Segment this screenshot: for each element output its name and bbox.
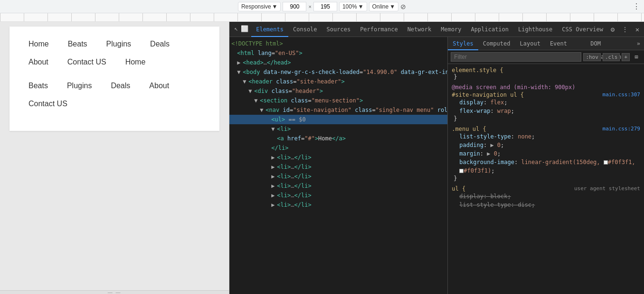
dom-section[interactable]: ▼ <section class="menu-section"> (229, 96, 447, 105)
tab-memory[interactable]: Memory (436, 22, 466, 37)
nav-row-2: Beats Plugins Deals About Contact US (19, 75, 210, 117)
tab-layout[interactable]: Layout (515, 37, 545, 50)
nav-item-home-1[interactable]: Home (19, 35, 58, 53)
nav-item-contact-2[interactable]: Contact US (19, 95, 77, 113)
tab-event-listeners[interactable]: Event Listeners (545, 37, 586, 50)
style-menu-source[interactable]: main.css:279 (603, 126, 640, 132)
nav-item-beats-2[interactable]: Beats (19, 77, 57, 95)
style-block-ua: ul { user agent stylesheet display: bloc… (452, 185, 640, 209)
styles-panel: Styles Computed Layout Event Listeners D… (448, 37, 644, 294)
style-prop-display: display: flex; (452, 98, 640, 107)
styles-content: element.style { } @media screen and (min… (448, 64, 644, 294)
nav-demo: Home Beats Plugins Deals About Contact U… (9, 27, 219, 131)
height-input[interactable] (313, 2, 337, 11)
settings-icon[interactable]: ⚙ (608, 25, 617, 34)
dom-doctype: <!DOCTYPE html> (229, 39, 447, 48)
devtools-body: <!DOCTYPE html> <html lang="en-US"> ▶ <h… (229, 37, 644, 294)
style-nav-source[interactable]: main.css:307 (603, 92, 640, 98)
dom-li-6[interactable]: ▶ <li>…</li> (229, 191, 447, 200)
styles-tab-more[interactable]: » (633, 40, 644, 47)
tab-icons[interactable]: ↖ ⬜ (231, 22, 251, 37)
style-menu-selector-row: .menu ul { main.css:279 (452, 126, 640, 132)
tab-elements[interactable]: Elements (251, 22, 288, 37)
style-selector-row: #site-navigation ul { main.css:307 (452, 92, 640, 98)
dom-header[interactable]: ▼ <header class="site-header"> (229, 77, 447, 86)
chevron-down-icon-zoom: ▼ (358, 3, 364, 10)
chevron-down-icon: ▼ (272, 3, 278, 10)
ruler (0, 13, 644, 22)
style-nav-selector: #site-navigation ul { (452, 92, 524, 98)
layout-icon[interactable]: ⊞ (632, 52, 641, 62)
vertical-dots-icon[interactable]: ⋮ (620, 25, 630, 34)
preview-resize-handle[interactable]: — — (0, 290, 229, 294)
style-prop-liststyle-ua: list-style-type: disc; (452, 201, 640, 209)
nav-item-deals-2[interactable]: Deals (101, 77, 140, 95)
online-select[interactable]: Online ▼ (369, 2, 399, 11)
filter-cls-button[interactable]: .cls (603, 53, 620, 61)
style-prop-liststyle: list-style-type: none; (452, 132, 640, 141)
dom-head[interactable]: ▶ <head>…</head> (229, 58, 447, 67)
responsive-select[interactable]: Responsive ▼ (238, 2, 281, 11)
dom-body[interactable]: ▼ <body data-new-gr-c-s-check-loaded="14… (229, 67, 447, 77)
nav-item-plugins-2[interactable]: Plugins (57, 77, 101, 95)
dom-ul[interactable]: <ul> == $0 (229, 115, 447, 124)
style-menu-selector: .menu ul { (452, 126, 486, 132)
styles-tabs: Styles Computed Layout Event Listeners D… (448, 37, 644, 50)
dom-html[interactable]: <html lang="en-US"> (229, 48, 447, 58)
dom-li-2[interactable]: ▶ <li>…</li> (229, 153, 447, 162)
dom-li-5[interactable]: ▶ <li>…</li> (229, 181, 447, 191)
tab-performance[interactable]: Performance (355, 22, 402, 37)
width-input[interactable] (283, 2, 306, 11)
style-prop-margin: margin: ▶ 0; (452, 149, 640, 158)
tab-styles[interactable]: Styles (448, 37, 478, 50)
tab-dom-breakpoints[interactable]: DOM Breakpoints (586, 37, 633, 50)
tab-network[interactable]: Network (403, 22, 436, 37)
dom-li-3[interactable]: ▶ <li>…</li> (229, 162, 447, 172)
dom-li-4[interactable]: ▶ <li>…</li> (229, 172, 447, 181)
style-prop-flexwrap: flex-wrap: wrap; (452, 107, 640, 115)
close-icon[interactable]: ✕ (633, 25, 642, 34)
tab-computed[interactable]: Computed (478, 37, 515, 50)
zoom-label: 100% (342, 3, 357, 10)
style-prop-bgimage: background-image: linear-gradient(150deg… (452, 158, 640, 175)
tab-sources[interactable]: Sources (322, 22, 356, 37)
filter-hov-button[interactable]: :hov (583, 53, 601, 61)
style-menu-close: } (452, 175, 640, 182)
style-ua-selector-row: ul { user agent stylesheet (452, 185, 640, 192)
nav-item-deals-1[interactable]: Deals (141, 35, 179, 53)
element-style-close: } (452, 74, 640, 80)
styles-filter-row: :hov .cls + ⊞ (448, 50, 644, 64)
dom-li-1[interactable]: ▼ <li> (229, 124, 447, 134)
dom-li-close: </li> (229, 143, 447, 153)
tab-console[interactable]: Console (288, 22, 322, 37)
dimension-separator: × (308, 4, 311, 9)
style-prop-display-ua: display: block; (452, 192, 640, 201)
dom-li-7[interactable]: ▶ <li>…</li> (229, 200, 447, 210)
tab-application[interactable]: Application (466, 22, 513, 37)
nav-item-contact-1[interactable]: Contact US (58, 53, 116, 71)
devtools-tab-icons: ⚙ ⋮ ✕ (608, 25, 642, 34)
zoom-select[interactable]: 100% ▼ (339, 2, 367, 11)
tab-lighthouse[interactable]: Lighthouse (513, 22, 557, 37)
nav-item-about-2[interactable]: About (140, 77, 179, 95)
nav-item-about-1[interactable]: About (19, 53, 58, 71)
nav-item-home-2[interactable]: Home (116, 53, 155, 71)
style-prop-padding: padding: ▶ 0; (452, 141, 640, 149)
styles-filter-input[interactable] (451, 52, 581, 62)
elements-panel: <!DOCTYPE html> <html lang="en-US"> ▶ <h… (229, 37, 448, 294)
tab-css-overview[interactable]: CSS Overview (557, 22, 608, 37)
nav-row-1: Home Beats Plugins Deals About Contact U… (19, 31, 210, 75)
more-options-icon[interactable]: ⋮ (633, 2, 640, 11)
dom-div-header[interactable]: ▼ <div class="header"> (229, 86, 447, 96)
filter-add-button[interactable]: + (622, 53, 630, 61)
style-block-media: @media screen and (min-width: 900px) #si… (452, 84, 640, 122)
devtools-panel: ↖ ⬜ Elements Console Sources Performance… (229, 22, 644, 294)
nav-item-beats-1[interactable]: Beats (58, 35, 97, 53)
preview-content: Home Beats Plugins Deals About Contact U… (0, 22, 229, 290)
nav-item-plugins-1[interactable]: Plugins (97, 35, 141, 53)
user-agent-label: user agent stylesheet (574, 185, 640, 192)
dom-a-home[interactable]: <a href="#">Home</a> (229, 134, 447, 143)
dom-nav[interactable]: ▼ <nav id="site-navigation" class="singl… (229, 105, 447, 115)
chevron-down-icon-online: ▼ (389, 3, 395, 10)
main-layout: Home Beats Plugins Deals About Contact U… (0, 22, 644, 294)
